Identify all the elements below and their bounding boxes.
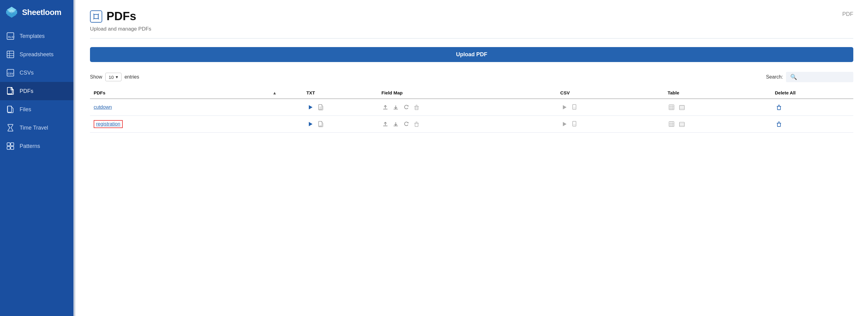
svg-rect-17: [11, 143, 14, 146]
page-title: PDFs: [106, 10, 136, 23]
sidebar-item-label-time-travel: Time Travel: [20, 125, 48, 131]
sidebar-item-templates[interactable]: XLSX Templates: [0, 27, 73, 45]
entries-label: entries: [125, 74, 139, 80]
svg-rect-6: [7, 51, 14, 58]
sidebar-item-patterns[interactable]: Patterns: [0, 137, 73, 155]
xlsx-icon: XLSX: [6, 32, 15, 40]
table-alt-icon-cutdown[interactable]: [678, 103, 686, 111]
pdf-link-cutdown[interactable]: cutdown: [94, 105, 112, 110]
show-label: Show: [90, 74, 102, 80]
svg-line-21: [93, 14, 94, 14]
refresh-icon-registration[interactable]: [402, 120, 410, 128]
svg-rect-31: [415, 106, 418, 110]
page-header-row: PDFs PDF: [90, 10, 853, 23]
svg-line-22: [98, 14, 99, 14]
page-header-icon: [90, 10, 102, 23]
csv-play-icon-cutdown[interactable]: [560, 103, 568, 111]
svg-text:TXT: TXT: [319, 108, 322, 109]
upload-icon-registration[interactable]: [381, 120, 389, 128]
page-subtitle: Upload and manage PDFs: [90, 26, 151, 32]
table-grid-icon-registration[interactable]: [668, 120, 676, 128]
svg-rect-19: [11, 146, 14, 149]
sheetloom-logo-icon: [5, 5, 18, 19]
csv-file-icon-registration[interactable]: CSV: [571, 120, 579, 128]
delete-icon-cutdown[interactable]: [775, 103, 783, 111]
txt-file-icon-registration[interactable]: TXT: [317, 120, 325, 128]
svg-text:XLSX: XLSX: [8, 35, 14, 38]
download-icon-cutdown[interactable]: [392, 103, 400, 111]
table-row: cutdown TXT: [90, 99, 853, 116]
trash-icon-registration[interactable]: [412, 120, 421, 128]
column-header-fieldmap: Field Map: [378, 87, 556, 99]
sidebar-item-time-travel[interactable]: Time Travel: [0, 118, 73, 137]
svg-rect-47: [777, 106, 780, 110]
svg-text:CSV: CSV: [573, 124, 576, 126]
table-alt-icon-registration[interactable]: [678, 120, 686, 128]
sidebar-item-pdfs[interactable]: PDFs: [0, 82, 73, 100]
svg-marker-52: [407, 122, 409, 124]
play-icon-cutdown[interactable]: [306, 103, 314, 111]
download-icon-registration[interactable]: [392, 120, 400, 128]
svg-marker-35: [563, 105, 566, 109]
search-area: Search: 🔍: [766, 72, 853, 82]
page-type-badge: PDF: [842, 10, 853, 17]
svg-rect-58: [669, 121, 674, 127]
svg-text:CSV: CSV: [573, 107, 576, 109]
svg-rect-12: [7, 87, 12, 94]
svg-rect-18: [7, 146, 10, 149]
sidebar-item-label-pdfs: PDFs: [20, 88, 33, 95]
delete-cell-cutdown: [771, 99, 853, 116]
txt-file-icon-cutdown[interactable]: TXT: [317, 103, 325, 111]
svg-text:TXT: TXT: [319, 125, 322, 126]
main-content: PDFs PDF Upload and manage PDFs Upload P…: [75, 0, 868, 316]
svg-rect-66: [777, 123, 780, 127]
chevron-down-icon: ▾: [116, 74, 118, 80]
svg-marker-49: [309, 122, 312, 126]
sidebar-item-label-templates: Templates: [20, 33, 45, 39]
show-entries-control: Show 10 ▾ entries: [90, 73, 139, 81]
table-header-row: PDFs ▲ TXT Field Map CSV Table D: [90, 87, 853, 99]
txt-cell-cutdown: TXT: [303, 99, 378, 116]
sidebar-item-files[interactable]: Files: [0, 100, 73, 118]
csv-play-icon-registration[interactable]: [560, 120, 568, 128]
csv-file-icon-cutdown[interactable]: CSV: [571, 103, 579, 111]
sidebar-navigation: XLSX Templates Spreadsheets CSV CSVs PDF…: [0, 25, 73, 155]
sidebar-item-spreadsheets[interactable]: Spreadsheets: [0, 45, 73, 64]
sort-arrow-icon: ▲: [272, 91, 277, 95]
spreadsheet-icon: [6, 50, 15, 59]
pdf-link-registration[interactable]: registration: [94, 120, 123, 128]
column-header-txt: TXT: [303, 87, 378, 99]
svg-rect-53: [415, 123, 418, 127]
svg-rect-16: [7, 143, 10, 146]
column-header-sort[interactable]: ▲: [269, 87, 303, 99]
csv-icon: CSV: [6, 68, 15, 77]
pattern-icon: [6, 142, 15, 150]
pdfs-table: PDFs ▲ TXT Field Map CSV Table D: [90, 87, 853, 133]
upload-pdf-button[interactable]: Upload PDF: [90, 47, 853, 62]
delete-icon-registration[interactable]: [775, 120, 783, 128]
search-box[interactable]: 🔍: [786, 72, 853, 82]
table-controls: Show 10 ▾ entries Search: 🔍: [90, 72, 853, 82]
column-header-csv: CSV: [557, 87, 664, 99]
txt-cell-registration: TXT: [303, 116, 378, 133]
search-icon: 🔍: [790, 74, 797, 80]
search-label: Search:: [766, 74, 783, 80]
svg-rect-43: [679, 105, 684, 110]
svg-text:CSV: CSV: [8, 72, 13, 75]
play-icon-registration[interactable]: [306, 120, 314, 128]
svg-marker-30: [407, 105, 409, 107]
svg-rect-38: [669, 105, 674, 110]
refresh-icon-cutdown[interactable]: [402, 103, 410, 111]
sidebar: Sheetloom XLSX Templates Spreadsheets CS…: [0, 0, 73, 316]
entries-value: 10: [108, 75, 114, 80]
trash-icon-cutdown[interactable]: [412, 103, 421, 111]
pdf-name-cell: registration: [90, 116, 269, 133]
svg-marker-25: [309, 105, 312, 109]
upload-icon-cutdown[interactable]: [381, 103, 389, 111]
entries-select[interactable]: 10 ▾: [105, 73, 122, 81]
svg-marker-20: [94, 14, 98, 19]
svg-rect-13: [7, 106, 12, 112]
table-grid-icon-cutdown[interactable]: [668, 103, 676, 111]
sidebar-item-csvs[interactable]: CSV CSVs: [0, 64, 73, 82]
delete-cell-registration: [771, 116, 853, 133]
